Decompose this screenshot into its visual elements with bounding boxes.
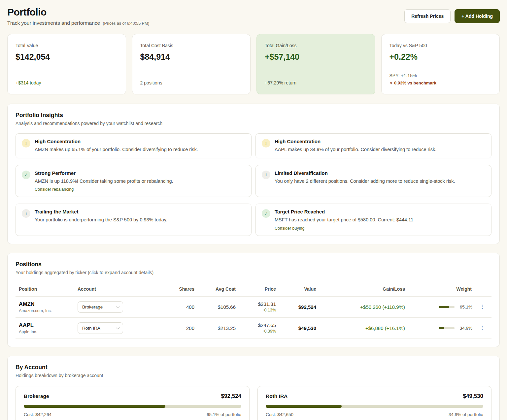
account-progress-fill bbox=[266, 405, 342, 408]
stat-card-cost-basis: Total Cost Basis $84,914 2 positions bbox=[132, 34, 251, 94]
position-value: $49,530 bbox=[276, 325, 316, 331]
stat-value: $142,054 bbox=[16, 52, 118, 62]
insight-card-target-price: ✓ Target Price Reached MSFT has reached … bbox=[255, 204, 491, 236]
stat-sub: 2 positions bbox=[140, 80, 243, 85]
by-account-subtitle: Holdings breakdown by brokerage account bbox=[16, 373, 491, 378]
account-select[interactable]: Roth IRA bbox=[78, 322, 123, 334]
col-account: Account bbox=[78, 286, 153, 292]
insight-card-high-concentration-amzn: ! High Concentration AMZN makes up 65.1%… bbox=[16, 133, 252, 158]
account-cost: Cost: $42,264 bbox=[24, 412, 51, 417]
add-holding-button[interactable]: + Add Holding bbox=[455, 9, 500, 23]
insight-title: Strong Performer bbox=[35, 170, 173, 176]
weight-percent: 34.9% bbox=[460, 326, 472, 331]
check-icon: ✓ bbox=[22, 171, 30, 179]
price-value: $247.65 bbox=[236, 322, 276, 328]
insight-body: You only have 2 different positions. Con… bbox=[275, 178, 455, 185]
prices-as-of: (Prices as of 6:40:55 PM) bbox=[103, 21, 149, 26]
account-name: Brokerage bbox=[24, 393, 49, 399]
table-row-amzn[interactable]: AMZN Amazon.com, Inc. Brokerage 400 $105… bbox=[16, 297, 491, 318]
down-arrow-icon: ▼ bbox=[389, 81, 393, 85]
avg-cost-value: $105.66 bbox=[194, 304, 236, 310]
row-menu-icon[interactable]: ⋮ bbox=[478, 304, 487, 310]
col-shares: Shares bbox=[153, 286, 194, 292]
insights-panel: Portfolio Insights Analysis and recommen… bbox=[7, 104, 500, 244]
by-account-title: By Account bbox=[16, 364, 491, 371]
account-select-value: Roth IRA bbox=[82, 326, 100, 331]
price-change: +0.13% bbox=[236, 308, 276, 312]
insight-body: AMZN makes up 65.1% of your portfolio. C… bbox=[35, 146, 198, 153]
col-price: Price bbox=[236, 286, 276, 292]
chevron-down-icon bbox=[116, 305, 119, 308]
info-icon: i bbox=[262, 171, 270, 179]
positions-title: Positions bbox=[16, 261, 491, 268]
col-weight: Weight bbox=[405, 286, 491, 292]
by-account-panel: By Account Holdings breakdown by brokera… bbox=[7, 356, 500, 420]
price-change: +0.39% bbox=[236, 329, 276, 334]
check-icon: ✓ bbox=[262, 209, 270, 218]
col-gain-loss: Gain/Loss bbox=[316, 286, 405, 292]
account-card-brokerage: Brokerage $92,524 Cost: $42,264 65.1% of… bbox=[16, 386, 250, 420]
insight-body: MSFT has reached your target price of $5… bbox=[275, 217, 413, 223]
stat-label: Total Cost Basis bbox=[140, 43, 243, 48]
stat-label: Total Value bbox=[16, 43, 118, 48]
col-value: Value bbox=[276, 286, 316, 292]
weight-bar-fill bbox=[439, 327, 444, 329]
stat-card-vs-sp500: Today vs S&P 500 +0.22% SPY: +1.15% ▼ 0.… bbox=[381, 34, 500, 94]
table-row-aapl[interactable]: AAPL Apple Inc. Roth IRA 200 $213.25 $24… bbox=[16, 318, 491, 339]
refresh-prices-button[interactable]: Refresh Prices bbox=[404, 9, 451, 23]
avg-cost-value: $213.25 bbox=[194, 325, 236, 331]
stat-sub: +67.29% return bbox=[265, 80, 367, 85]
positions-subtitle: Your holdings aggregated by ticker (clic… bbox=[16, 270, 491, 275]
stat-card-total-value: Total Value $142,054 +$314 today bbox=[7, 34, 126, 94]
insight-title: Trailing the Market bbox=[35, 209, 167, 214]
insight-body: Your portfolio is underperforming the S&… bbox=[35, 217, 167, 223]
insight-title: Target Price Reached bbox=[275, 209, 413, 214]
insight-card-strong-performer: ✓ Strong Performer AMZN is up 118.9%! Co… bbox=[16, 165, 252, 197]
account-progress-bar bbox=[24, 405, 241, 408]
page-header: Portfolio Track your investments and per… bbox=[7, 7, 500, 26]
page-title: Portfolio bbox=[7, 7, 149, 18]
insight-action: Consider buying bbox=[275, 226, 413, 231]
insights-title: Portfolio Insights bbox=[16, 112, 491, 119]
weight-bar bbox=[439, 327, 455, 329]
shares-value: 400 bbox=[153, 304, 194, 310]
shares-value: 200 bbox=[153, 325, 194, 331]
benchmark-delta: ▼ 0.93% vs benchmark bbox=[389, 81, 492, 85]
stat-label: Today vs S&P 500 bbox=[389, 43, 492, 48]
account-select-value: Brokerage bbox=[82, 305, 103, 309]
positions-panel: Positions Your holdings aggregated by ti… bbox=[7, 253, 500, 347]
account-portfolio-pct: 65.1% of portfolio bbox=[207, 412, 241, 417]
insight-card-trailing-market: i Trailing the Market Your portfolio is … bbox=[16, 204, 252, 236]
stat-card-gain-loss: Total Gain/Loss +$57,140 +67.29% return bbox=[256, 34, 375, 94]
positions-table: Position Account Shares Avg Cost Price V… bbox=[16, 283, 491, 339]
stat-label: Total Gain/Loss bbox=[265, 43, 367, 48]
row-menu-icon[interactable]: ⋮ bbox=[478, 325, 487, 331]
account-portfolio-pct: 34.9% of portfolio bbox=[449, 412, 483, 417]
account-card-roth-ira: Roth IRA $49,530 Cost: $42,650 34.9% of … bbox=[257, 386, 491, 420]
price-value: $231.31 bbox=[236, 301, 276, 307]
stat-value: +0.22% bbox=[389, 52, 492, 62]
warning-icon: ! bbox=[22, 139, 30, 147]
accounts-grid: Brokerage $92,524 Cost: $42,264 65.1% of… bbox=[16, 386, 491, 420]
info-icon: i bbox=[22, 209, 30, 218]
gain-loss-value: +$50,260 (+118.9%) bbox=[316, 304, 405, 310]
benchmark-text: 0.93% vs benchmark bbox=[394, 81, 436, 85]
insight-card-high-concentration-aapl: ! High Concentration AAPL makes up 34.9%… bbox=[255, 133, 491, 158]
stat-sub: +$314 today bbox=[16, 80, 118, 85]
weight-bar-fill bbox=[439, 306, 449, 308]
account-value: $92,524 bbox=[221, 393, 241, 400]
insight-body: AAPL makes up 34.9% of your portfolio. C… bbox=[275, 146, 436, 153]
insights-grid: ! High Concentration AMZN makes up 65.1%… bbox=[16, 133, 491, 236]
insights-subtitle: Analysis and recommendations powered by … bbox=[16, 121, 491, 126]
account-select[interactable]: Brokerage bbox=[78, 301, 123, 313]
account-cost: Cost: $42,650 bbox=[266, 412, 293, 417]
insight-action: Consider rebalancing bbox=[35, 187, 173, 192]
header-actions: Refresh Prices + Add Holding bbox=[404, 9, 500, 23]
account-progress-bar bbox=[266, 405, 483, 408]
warning-icon: ! bbox=[262, 139, 270, 147]
stat-sub: SPY: +1.15% bbox=[389, 73, 492, 78]
ticker: AAPL bbox=[16, 322, 78, 328]
account-value: $49,530 bbox=[463, 393, 483, 400]
page-subtitle: Track your investments and performance (… bbox=[7, 20, 149, 26]
chevron-down-icon bbox=[116, 326, 119, 329]
